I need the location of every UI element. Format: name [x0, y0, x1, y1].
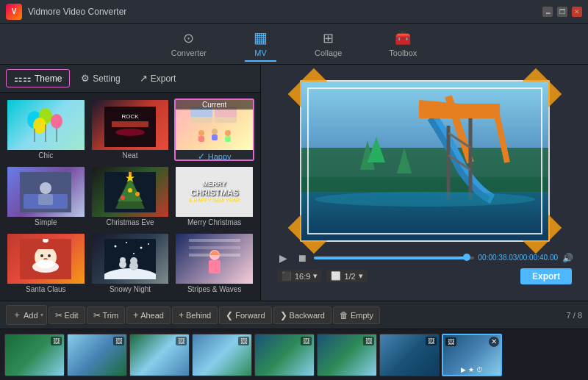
progress-bar-track[interactable]: [314, 257, 474, 259]
xmas-sub: & HAPPY NEW YEAR: [189, 198, 240, 203]
logo-text: V: [12, 7, 17, 15]
resolution-select[interactable]: ⬜ 1/2 ▾: [326, 270, 367, 282]
svg-point-2: [51, 114, 62, 129]
minimize-button[interactable]: 🗕: [542, 7, 553, 17]
svg-rect-24: [38, 194, 53, 205]
volume-icon[interactable]: 🔊: [562, 253, 573, 263]
backward-button[interactable]: ❯ Backward: [273, 306, 331, 324]
theme-stripes-waves[interactable]: Stripes & Waves: [174, 232, 254, 295]
theme-simple-label: Simple: [7, 217, 85, 228]
svg-point-47: [140, 246, 142, 248]
subtab-setting-label: Setting: [93, 74, 120, 84]
film-play-btn[interactable]: ▶: [461, 366, 466, 373]
theme-grid: Chic ROCK Neat: [0, 93, 260, 301]
film-thumb-5[interactable]: 🖼: [254, 334, 315, 376]
theme-snowy-label: Snowy Night: [92, 284, 169, 295]
theme-snowy-night[interactable]: Snowy Night: [90, 232, 171, 295]
left-panel: ⚏⚏ Theme ⚙ Setting ↗ Export: [0, 65, 261, 301]
close-button[interactable]: ✕: [572, 7, 582, 17]
svg-rect-59: [209, 260, 220, 273]
svg-rect-18: [198, 136, 204, 142]
svg-point-30: [128, 188, 132, 193]
time-display: 00:00:38.03/00:00:40.00: [478, 254, 558, 262]
preview-video: [301, 82, 548, 240]
ratio-arrow: ▾: [313, 271, 318, 281]
behind-button[interactable]: + Behind: [172, 306, 218, 324]
export-button[interactable]: Export: [520, 268, 572, 284]
add-arrow: ▾: [40, 312, 43, 318]
right-panel: ▶ ⏹ 00:00:38.03/00:00:40.00 🔊 ⬛ 16:9 ▾: [261, 65, 588, 301]
progress-bar-fill: [314, 257, 466, 259]
empty-button[interactable]: 🗑 Empty: [333, 306, 380, 324]
aspect-ratio-select[interactable]: ⬛ 16:9 ▾: [277, 270, 322, 282]
tab-mv[interactable]: ▦ MV: [245, 26, 276, 62]
titlebar: V Vidmore Video Converter 🗕 🗖 ✕: [0, 0, 588, 24]
filmstrip: 🖼 🖼 🖼 🖼 🖼 🖼 🖼 ✕ ▶ ★ ⏱ 🖼: [0, 329, 588, 380]
ahead-button[interactable]: + Ahead: [126, 306, 171, 324]
theme-simple[interactable]: Simple: [6, 165, 86, 228]
film-thumb-7[interactable]: 🖼: [379, 334, 440, 376]
svg-point-53: [130, 257, 137, 265]
setting-icon: ⚙: [81, 73, 90, 84]
sub-tabs: ⚏⚏ Theme ⚙ Setting ↗ Export: [0, 65, 260, 93]
svg-point-23: [40, 182, 51, 194]
svg-point-15: [198, 130, 204, 136]
svg-point-46: [126, 242, 127, 243]
edit-button[interactable]: ✂ Edit: [49, 306, 85, 324]
svg-rect-8: [112, 121, 148, 127]
subtab-setting[interactable]: ⚙ Setting: [73, 69, 128, 87]
tab-collage-label: Collage: [315, 49, 342, 57]
subtab-theme[interactable]: ⚏⚏ Theme: [6, 69, 70, 87]
film-icon-1: 🖼: [51, 337, 62, 345]
window-controls: 🗕 🗖 ✕: [542, 7, 582, 17]
svg-rect-55: [189, 239, 240, 242]
app-title: Vidmore Video Converter: [28, 7, 542, 17]
film-duration: 🖼: [445, 337, 456, 346]
play-button[interactable]: ▶: [276, 251, 290, 265]
film-icon-4: 🖼: [238, 337, 249, 345]
tab-toolbox[interactable]: 🧰 Toolbox: [380, 27, 426, 60]
trim-icon: ✂: [93, 310, 101, 320]
backward-icon: ❯: [280, 310, 287, 320]
film-thumb-3[interactable]: 🖼: [129, 334, 190, 376]
theme-merry-christmas[interactable]: MERRYCHRISTMAS & HAPPY NEW YEAR Merry Ch…: [174, 165, 254, 228]
theme-christmas-eve[interactable]: Christmas Eve: [90, 165, 171, 228]
converter-icon: ⊙: [183, 30, 194, 46]
film-thumb-4[interactable]: 🖼: [192, 334, 252, 376]
film-thumb-2[interactable]: 🖼: [67, 334, 127, 376]
film-icon-5: 🖼: [301, 337, 312, 345]
theme-neat[interactable]: ROCK Neat: [90, 98, 171, 161]
theme-santa-label: Santa Claus: [7, 284, 85, 295]
svg-point-45: [114, 245, 116, 247]
theme-santa-claus[interactable]: Santa Claus: [6, 232, 86, 295]
forward-button[interactable]: ❮ Forward: [219, 306, 271, 324]
app-logo: V: [6, 4, 22, 20]
stop-button[interactable]: ⏹: [295, 251, 309, 265]
film-clock-btn[interactable]: ⏱: [476, 366, 483, 373]
svg-marker-70: [419, 104, 500, 118]
svg-rect-20: [225, 136, 231, 142]
add-button[interactable]: ＋ Add ▾: [6, 305, 47, 325]
maximize-button[interactable]: 🗖: [557, 7, 567, 17]
film-star-btn[interactable]: ★: [468, 366, 474, 373]
film-icon-3: 🖼: [176, 337, 187, 345]
edit-icon: ✂: [55, 310, 62, 320]
svg-point-74: [315, 192, 535, 207]
theme-neat-thumb: ROCK: [92, 100, 169, 150]
film-thumb-8[interactable]: ✕ ▶ ★ ⏱ 🖼: [442, 334, 502, 376]
film-thumb-1[interactable]: 🖼: [4, 334, 65, 376]
trim-button[interactable]: ✂ Trim: [87, 306, 126, 324]
tab-converter[interactable]: ⊙ Converter: [162, 27, 215, 60]
film-icon-7: 🖼: [426, 337, 437, 345]
theme-simple-thumb: [7, 167, 85, 217]
theme-xmas-eve-label: Christmas Eve: [92, 217, 169, 228]
subtab-export[interactable]: ↗ Export: [132, 69, 184, 87]
svg-point-16: [212, 129, 218, 135]
toolbox-icon: 🧰: [395, 30, 411, 46]
tab-collage[interactable]: ⊞ Collage: [306, 27, 351, 60]
theme-happy[interactable]: Current ✓ Happy: [174, 98, 254, 161]
film-close-8[interactable]: ✕: [489, 337, 499, 347]
forward-icon: ❮: [226, 310, 233, 320]
film-thumb-6[interactable]: 🖼: [317, 334, 377, 376]
theme-chic[interactable]: Chic: [6, 98, 86, 161]
